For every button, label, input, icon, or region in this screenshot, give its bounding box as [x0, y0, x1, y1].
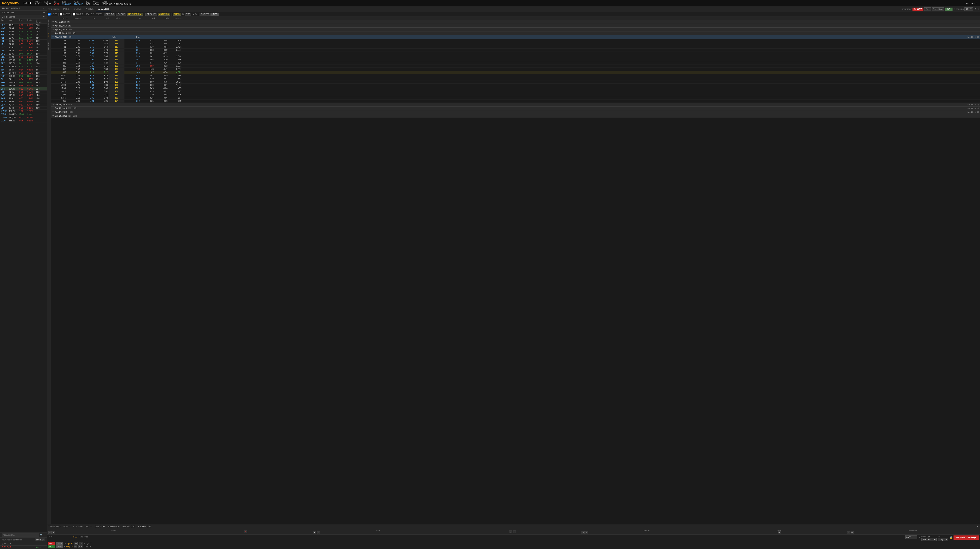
quotes-view-button[interactable]: QUOTES [200, 13, 211, 16]
option-row[interactable]: 127 0.74 4.90 5.00 121 0.54 0.56 -0.20 6… [51, 58, 980, 61]
symbol-row[interactable]: VIX 16.32 -0.91 -5.28% 33.8 [0, 49, 46, 52]
expiry-row[interactable]: ▼ Apr 13, 2018W [51, 24, 980, 28]
symbol-row[interactable]: VXX 40.31 -1.22 -2.94% 28.1 [0, 46, 46, 49]
order-side-button[interactable]: SELL [48, 542, 55, 545]
go-dropdown-icon[interactable]: ▼ [953, 8, 955, 10]
exp-button[interactable]: EXP [185, 13, 191, 16]
vertical-button[interactable]: VERTICAL [932, 7, 944, 11]
go-button[interactable]: GO [945, 8, 952, 11]
expiry-row[interactable]: ▼ Apr 27, 2018W43d [51, 32, 980, 35]
symbol-row[interactable]: XRT 44.71 -0.03 -0.49% 25.3 [0, 24, 46, 27]
symbol-row[interactable]: XLK 70.03 0.17 0.24% 19.3 [0, 33, 46, 36]
etf-dropdown[interactable]: ETFs/Futures ▼ [0, 15, 46, 19]
tab-active[interactable]: ACTIVE [84, 7, 96, 11]
watchlists-settings-icon[interactable]: ⚙ [43, 11, 45, 14]
symbol-row[interactable]: SLV 15.47 -0.14 -0.89% 29.7 [0, 68, 46, 71]
symbol-row[interactable]: XLF 29.05 0.11 0.38% 34.6 [0, 36, 46, 40]
analysis-button[interactable]: ANALYSIS [158, 13, 170, 16]
option-row[interactable]: 282 0.88 10.35 10.55 115 0.10 0.12 -0.04… [51, 39, 980, 42]
strikes-down-btn[interactable]: ▼ [48, 531, 52, 534]
symbol-row[interactable]: /ZWK8 481.25 -7.00 -1.53% [0, 109, 46, 113]
width-down-btn[interactable]: ▼ [313, 531, 316, 534]
short-button[interactable]: SHORT [913, 8, 923, 11]
sign-out-button[interactable]: SIGN OUT [2, 546, 11, 548]
option-row[interactable]: 487 0.13 0.39 0.41 132 7.15 7.30 -0.94 3… [51, 93, 980, 96]
symbol-row[interactable]: GLD 124.89 -0.81 -0.64% 11.3 [0, 87, 46, 90]
option-row[interactable]: 139 0.83 7.50 7.70 118 0.21 0.23 -0.09 2… [51, 49, 980, 52]
close-btn[interactable]: ✕ [244, 530, 247, 533]
strike-btn[interactable]: 125 [78, 545, 83, 548]
option-row[interactable]: 17.3K 0.20 0.63 0.66 130 5.35 5.45 -0.86… [51, 87, 980, 90]
expiry-row[interactable]: ▼ Jun 15, 201892dIVx: 11.4% (3) [51, 103, 980, 106]
symbol-row[interactable]: SPX 2,794.26 4.78 0.17% 20.3 [0, 65, 46, 68]
symbol-row[interactable]: NDX 7,047.03 6.05 0.09% 34.9 [0, 81, 46, 84]
order-type-select[interactable]: Net Debit Net Credit Limit Market [921, 538, 937, 541]
symbol-row[interactable]: OIH 24.11 -0.54 -2.19% 30.9 [0, 78, 46, 81]
no-greek-button[interactable]: NO GREEK ▼ [127, 13, 143, 16]
curve-checkbox[interactable] [60, 13, 62, 16]
trade-tab[interactable]: TRADE [48, 32, 50, 40]
put-button[interactable]: PUT [924, 7, 931, 11]
tab-curve[interactable]: CURVE [72, 7, 83, 11]
qty-down-btn[interactable]: ▼ [582, 531, 585, 534]
option-row[interactable]: 899 0.50 2.19 2.22 125 1.63 1.87 -0.50 4… [51, 71, 980, 74]
expiry-row[interactable]: ▼ Jun 29, 2018Q106dIVx: 11.3% (3) [51, 106, 980, 110]
symbol-row[interactable]: EWZ 44.91 -0.83 -1.74% 18.4 [0, 97, 46, 100]
symbol-row[interactable]: TLT 120.03 0.21 -0.17% 8.7 [0, 59, 46, 62]
option-row[interactable]: 285 0.69 4.10 4.20 122 0.75 0.77 -0.26 6… [51, 61, 980, 65]
positions-tab[interactable]: POSITIONS [48, 19, 50, 30]
option-row[interactable]: 5.77K 0.30 1.05 1.08 128 3.70 3.80 -0.75… [51, 81, 980, 84]
strikes-up-btn[interactable]: ▲ [52, 531, 55, 534]
expiry-row[interactable]: ▼ Apr 6, 2018W [51, 20, 980, 24]
option-row[interactable]: 285 0.64 3.35 3.45 123 1.02 2.09 -0.33 3… [51, 65, 980, 68]
option-row[interactable]: 31 0.85 8.45 8.60 117 0.16 0.18 -0.07 2.… [51, 45, 980, 49]
symbol-search-input[interactable] [2, 533, 39, 537]
lines-checkbox[interactable] [48, 13, 51, 16]
option-row[interactable]: 356 0.57 2.74 2.80 124 1.28 1.43 -0.41 2… [51, 68, 980, 71]
symbol-row[interactable]: IWM 157.03 -0.68 -0.42% 33.8 [0, 84, 46, 87]
limit-price-input[interactable] [905, 535, 917, 539]
expiry-row[interactable]: ▼ Apr 20, 201836d [51, 28, 980, 32]
info-view-button[interactable]: INFO [211, 13, 219, 16]
next-expiry-btn[interactable]: ▶ [512, 530, 516, 533]
recent-symbols-arrow[interactable]: ▼ [43, 7, 45, 10]
refresh-icon[interactable]: ↻ [195, 13, 197, 16]
order-status-button[interactable]: OPEN [56, 542, 63, 544]
price-arrow-icon[interactable]: ▼ [918, 536, 920, 538]
arrow-up-icon[interactable]: ▲ [192, 13, 194, 16]
expand-icon[interactable]: ▼ [976, 525, 978, 528]
symbol-row[interactable]: XBI 94.53 -0.99 -1.04% 13.3 [0, 43, 46, 46]
option-row[interactable]: 3.06K 0.36 1.35 1.38 127 3.00 3.10 -0.67… [51, 77, 980, 81]
expiry-row[interactable]: ▼ Sep 28, 2018Q197d [51, 114, 980, 118]
market-button[interactable]: MARKET [35, 538, 45, 541]
option-row[interactable]: 6.45K 0.43 1.73 1.76 126 2.37 2.42 -0.59… [51, 74, 980, 77]
symbol-row[interactable]: GDX 21.45 -0.28 -1.27% 34.3 [0, 90, 46, 94]
expiry-row[interactable]: ▼ May 18, 201864dCallsPutsIVx: 10.9% (3) [51, 35, 980, 39]
quotes-button[interactable]: QUOTES ▼ [2, 543, 11, 545]
tab-table[interactable]: TABLE [61, 7, 72, 11]
exp-tag-btn[interactable]: 5d [74, 545, 77, 548]
accounts-button[interactable]: Accounts ▼ [966, 2, 978, 5]
strikes-select[interactable]: 20 10 30 40 [964, 7, 973, 11]
order-status-button[interactable]: OPEN [56, 546, 63, 548]
qty-up-btn[interactable]: ▲ [585, 531, 588, 534]
add-symbol-icon[interactable]: + [43, 533, 45, 537]
swap-btn[interactable]: ⇄ [778, 531, 781, 534]
symbol-row[interactable]: UNG 22.29 -0.53 -2.32% 2.0 [0, 56, 46, 59]
option-row[interactable]: 771 0.78 5.70 5.85 120 0.39 0.41 -0.13 1… [51, 55, 980, 58]
symbol-row[interactable]: RUT 1,578.45 -0.66 -0.37% 28.8 [0, 71, 46, 75]
option-row[interactable]: 4.15K 0.11 0.31 0.32 133 8.10 8.25 -0.96… [51, 96, 980, 100]
filter-icon[interactable]: ≡ [978, 8, 979, 11]
exp-tag-btn[interactable]: 3d [74, 542, 78, 545]
redo-btn[interactable]: ↪ [851, 531, 854, 534]
option-row[interactable]: 5.29K 0.25 0.84 0.84 129 4.50 4.60 -0.81… [51, 84, 980, 87]
symbol-row[interactable]: SPY 275.71 0.41 0.15% 23.0 [0, 62, 46, 65]
expiry-row[interactable]: ▼ Sep 21, 2018190dIVx: 12.0% (3) [51, 110, 980, 114]
config-icon[interactable]: ⚙ [974, 8, 977, 11]
theo-button[interactable]: THEO [173, 13, 181, 16]
review-send-button[interactable]: REVIEW & SEND ▶ [953, 535, 979, 539]
prev-expiry-btn[interactable]: ◀ [509, 530, 512, 533]
symbol-row[interactable]: /ZCK8 388.00 -0.75 -0.19% [0, 119, 46, 122]
default-button[interactable]: DEFAULT [145, 13, 157, 16]
strike-btn[interactable]: 125 [79, 542, 83, 545]
